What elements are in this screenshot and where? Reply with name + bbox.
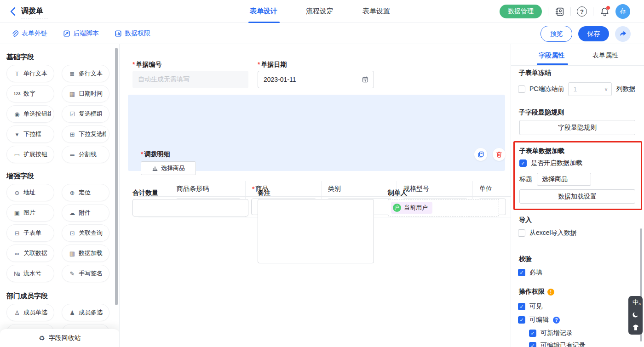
field-recycle-bin[interactable]: ♻ 字段回收站 [0, 329, 120, 347]
tab-field-properties[interactable]: 字段属性 [539, 51, 564, 60]
freeze-checkbox[interactable] [518, 85, 525, 93]
trash-icon [495, 151, 503, 158]
field-pill-multi-text[interactable]: ≣多行文本 [62, 65, 109, 82]
divider [593, 7, 593, 16]
tab-form-setting[interactable]: 表单设置 [362, 7, 390, 16]
field-pill-location[interactable]: ⊕定位 [62, 184, 109, 201]
data-load-icon: ▥ [68, 250, 76, 257]
highlighted-data-load-section: 子表单数据加载 是否开启数据加载 标题 选择商品 数据加载设置 [513, 141, 642, 210]
field-pill-member-multi[interactable]: ♟成员多选 [62, 304, 109, 321]
question-icon[interactable]: ? [553, 317, 560, 324]
required-checkbox[interactable] [518, 269, 525, 276]
form-toolbar: 表单外链 后端脚本 数据权限 预览 保存 [0, 23, 644, 44]
delete-field-button[interactable] [493, 148, 506, 161]
field-pill-checkbox-group[interactable]: ☑复选框组 [62, 105, 109, 123]
section-title: 部门成员字段 [6, 292, 113, 301]
total-qty-label: 合计数量 [132, 189, 158, 197]
warning-icon: ! [547, 289, 554, 296]
data-load-settings-button[interactable]: 数据加载设置 [519, 189, 635, 204]
freeze-section-title: 子表单冻结 [519, 69, 551, 77]
excel-import-checkbox[interactable] [518, 229, 525, 237]
data-load-title-input[interactable]: 选择商品 [537, 173, 591, 186]
panel-tab-divider [511, 65, 644, 66]
dark-mode-toggle[interactable] [632, 311, 639, 318]
display-rule-section-title: 子字段显隐规则 [519, 108, 564, 117]
creator-field[interactable]: 户 当前用户 [388, 199, 499, 216]
field-pill-extend-button[interactable]: ▭扩展按钮 [6, 146, 54, 163]
member-multi-icon: ♟ [68, 309, 76, 316]
signature-icon: ✎ [68, 270, 76, 277]
avatar[interactable]: 存 [615, 4, 630, 19]
field-pill-single-text[interactable]: T单行文本 [6, 65, 54, 82]
chevron-down-icon: ∨ [604, 86, 608, 92]
extend-button-icon: ▭ [13, 151, 21, 158]
user-avatar-icon: 户 [393, 204, 401, 212]
field-pill-data-load[interactable]: ▥数据加载 [62, 245, 109, 262]
language-toggle[interactable]: 中 a [632, 299, 638, 305]
validate-section-title: 校验 [519, 255, 532, 263]
remark-label: 备注 [258, 189, 270, 197]
link-icon [12, 30, 19, 37]
save-button[interactable]: 保存 [578, 26, 609, 41]
contact-book-icon[interactable] [554, 6, 564, 17]
serial-number-icon: № [13, 270, 21, 277]
backend-script-link[interactable]: 后端脚本 [63, 29, 99, 38]
add-record-checkbox[interactable] [529, 330, 536, 337]
doc-date-input[interactable]: 2023-01-11 [258, 71, 374, 88]
select-goods-button[interactable]: 选择商品 [141, 161, 196, 175]
field-pill-datetime[interactable]: ▦日期时间 [62, 85, 109, 102]
preview-button[interactable]: 预览 [540, 26, 572, 42]
share-button[interactable] [615, 26, 631, 42]
back-icon[interactable] [9, 7, 17, 16]
image-icon: ▣ [13, 210, 21, 216]
tab-form-properties[interactable]: 表单属性 [592, 51, 618, 60]
field-pill-attachment[interactable]: ☁附件 [62, 204, 109, 222]
notification-bell-icon[interactable] [599, 6, 610, 17]
data-load-checkbox[interactable] [519, 159, 527, 167]
tab-flow-setting[interactable]: 流程设定 [306, 7, 334, 16]
member-single-icon: ♙ [13, 309, 21, 316]
moon-icon [632, 311, 639, 318]
remark-textarea[interactable] [258, 199, 374, 263]
help-icon[interactable]: ? [577, 6, 587, 17]
import-row: 从excel导入数据 [518, 229, 577, 237]
field-pill-dropdown[interactable]: ▾下拉框 [6, 125, 54, 143]
editable-row: 可编辑 ? [518, 316, 560, 324]
data-manage-button[interactable]: 数据管理 [500, 5, 542, 18]
editable-checkbox[interactable] [518, 316, 525, 324]
topbar-actions: 数据管理 ? 存 [500, 4, 630, 19]
toolbar-links: 表单外链 后端脚本 数据权限 [12, 23, 150, 44]
display-rule-button[interactable]: 字段显隐规则 [519, 120, 635, 135]
theme-toggle[interactable] [632, 324, 639, 331]
field-pill-related-query[interactable]: ⊡关联查询 [62, 224, 109, 242]
copy-icon [477, 151, 484, 158]
multi-text-icon: ≣ [68, 70, 76, 77]
field-pill-address[interactable]: ⊙地址 [6, 184, 54, 201]
field-pill-signature[interactable]: ✎手写签名 [62, 265, 109, 282]
field-pill-image[interactable]: ▣图片 [6, 204, 54, 222]
freeze-column-select[interactable]: 1 ∨ [568, 82, 612, 96]
tab-form-design[interactable]: 表单设计 [250, 7, 277, 16]
field-pill-multi-dropdown[interactable]: ⊞下拉复选框 [62, 125, 109, 143]
field-pill-divider-line[interactable]: ═分割线 [62, 146, 109, 163]
form-external-link[interactable]: 表单外链 [12, 29, 47, 38]
section-title: 基础字段 [6, 53, 113, 62]
edit-record-checkbox[interactable] [529, 342, 536, 347]
field-pill-number[interactable]: 123数字 [6, 85, 54, 102]
copy-field-button[interactable] [474, 148, 487, 161]
total-qty-input[interactable] [132, 199, 248, 216]
field-pill-related-data[interactable]: ∞关联数据 [6, 245, 54, 262]
field-pill-subform[interactable]: ⊟子表单 [6, 224, 54, 242]
field-pill-serial-number[interactable]: №流水号 [6, 265, 54, 282]
required-row: 必填 [518, 268, 542, 277]
data-permission-link[interactable]: 数据权限 [115, 29, 150, 38]
visible-checkbox[interactable] [518, 303, 525, 310]
checkbox-icon: ☑ [68, 111, 76, 118]
field-pill-member-single[interactable]: ♙成员单选 [6, 304, 54, 321]
sidebar-scrollbar[interactable] [115, 48, 118, 305]
field-pill-radio-group[interactable]: ◉单选按钮组 [6, 105, 54, 123]
doc-no-input[interactable]: 自动生成无需填写 [132, 71, 248, 88]
subform-field[interactable]: *调拨明细 选择 [128, 95, 505, 171]
field-palette-sidebar: 基础字段 T单行文本 ≣多行文本 123数字 ▦日期时间 ◉单选按钮组 ☑复选框… [0, 44, 120, 347]
bar-chart-icon [152, 165, 158, 171]
